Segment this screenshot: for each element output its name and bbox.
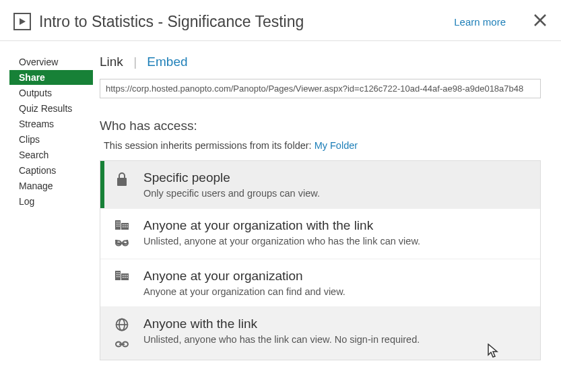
tab-embed[interactable]: Embed [147,55,187,69]
svg-rect-29 [125,275,126,276]
svg-rect-11 [123,224,124,226]
access-option-desc: Unlisted, anyone who has the link can vi… [143,334,531,345]
access-option-org[interactable]: Anyone at your organization Anyone at yo… [100,259,540,306]
svg-rect-12 [125,224,126,226]
access-heading: Who has access: [100,119,541,133]
inherit-text: This session inherits permissions from i… [104,140,315,151]
svg-rect-22 [117,272,118,273]
svg-rect-25 [119,274,120,275]
sidebar-item-log[interactable]: Log [13,194,93,209]
close-icon[interactable] [533,12,548,31]
svg-rect-24 [117,274,118,275]
sidebar-item-clips[interactable]: Clips [13,132,93,147]
sidebar-item-manage[interactable]: Manage [13,178,93,193]
svg-rect-14 [123,226,124,228]
dialog-header: Intro to Statistics - Significance Testi… [0,0,561,41]
access-option-title: Specific people [143,170,531,185]
share-url-input[interactable] [100,79,541,98]
svg-rect-6 [119,222,120,223]
svg-rect-32 [125,277,126,278]
main-panel: Link | Embed Who has access: This sessio… [93,55,561,360]
svg-rect-26 [117,276,118,277]
sidebar-item-overview[interactable]: Overview [13,55,93,69]
building-icon [114,220,129,233]
svg-rect-9 [117,226,118,227]
access-option-desc: Only specific users and groups can view. [143,188,531,199]
svg-rect-33 [127,277,128,278]
access-option-desc: Anyone at your organization can find and… [143,286,531,297]
sidebar: Overview Share Outputs Quiz Results Stre… [0,55,93,360]
building-icon [114,270,129,284]
tab-separator: | [133,55,137,69]
dialog-title: Intro to Statistics - Significance Testi… [39,13,454,31]
lock-icon [115,172,129,189]
svg-rect-15 [125,226,126,228]
svg-rect-23 [119,272,120,273]
sidebar-item-outputs[interactable]: Outputs [13,86,93,100]
svg-rect-3 [115,220,121,230]
link-icon [115,338,129,350]
svg-marker-0 [20,18,26,25]
svg-rect-30 [127,275,128,276]
access-option-title: Anyone at your organization with the lin… [143,218,531,233]
play-icon [13,13,31,30]
svg-rect-13 [127,224,128,226]
svg-rect-5 [117,222,118,223]
folder-link[interactable]: My Folder [315,140,358,151]
svg-rect-31 [123,277,124,278]
link-icon [115,237,129,249]
svg-rect-8 [119,224,120,225]
sidebar-item-captions[interactable]: Captions [13,163,93,178]
access-option-public-link[interactable]: Anyone with the link Unlisted, anyone wh… [100,306,540,360]
access-option-org-link[interactable]: Anyone at your organization with the lin… [100,208,540,259]
learn-more-link[interactable]: Learn more [454,16,506,28]
sidebar-item-streams[interactable]: Streams [13,117,93,131]
svg-rect-16 [127,226,128,228]
sidebar-item-search[interactable]: Search [13,148,93,162]
svg-rect-20 [115,271,121,280]
access-option-specific-people[interactable]: Specific people Only specific users and … [100,161,540,208]
sidebar-item-share[interactable]: Share [9,70,93,85]
access-option-title: Anyone at your organization [143,269,531,284]
svg-rect-7 [117,224,118,225]
access-option-title: Anyone with the link [143,317,531,331]
globe-icon [115,318,129,334]
share-tabs: Link | Embed [100,55,541,69]
svg-rect-27 [119,276,120,277]
access-option-desc: Unlisted, anyone at your organization wh… [143,236,531,247]
inherit-line: This session inherits permissions from i… [100,140,541,151]
svg-rect-28 [123,275,124,276]
svg-rect-10 [119,226,120,227]
access-options: Specific people Only specific users and … [100,160,541,360]
sidebar-item-quiz-results[interactable]: Quiz Results [13,101,93,116]
tab-link[interactable]: Link [100,55,123,69]
